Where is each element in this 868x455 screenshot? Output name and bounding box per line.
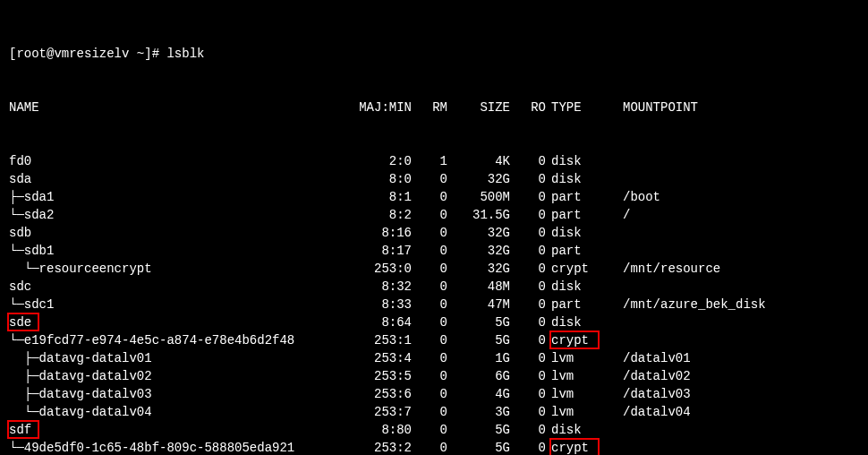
terminal-output: [root@vmresizelv ~]# lsblk NAME MAJ:MIN …: [9, 9, 859, 455]
device-majmin: 253:1: [349, 331, 412, 349]
header-row: NAME MAJ:MIN RM SIZE RO TYPE MOUNTPOINT: [9, 99, 859, 116]
device-mountpoint: /datalv04: [614, 403, 859, 421]
device-rm: 0: [412, 439, 447, 455]
device-rm: 0: [412, 385, 447, 403]
device-row: ├─datavg-datalv01253:401G0lvm/datalv01: [9, 349, 859, 367]
device-type: disk: [546, 170, 614, 188]
device-rm: 0: [412, 349, 447, 367]
device-size: 500M: [447, 188, 510, 206]
device-name: sda: [9, 170, 349, 188]
device-row: sda8:0032G0disk: [9, 170, 859, 188]
device-size: 32G: [447, 224, 510, 242]
header-majmin: MAJ:MIN: [349, 99, 412, 116]
device-majmin: 253:0: [349, 260, 412, 278]
header-rm: RM: [412, 99, 447, 116]
device-type: part: [546, 188, 614, 206]
device-type: part: [546, 296, 614, 313]
device-mountpoint: [614, 421, 859, 439]
device-majmin: 253:7: [349, 403, 412, 421]
device-rm: 1: [412, 152, 447, 170]
device-ro: 0: [510, 313, 546, 331]
device-rm: 0: [412, 367, 447, 385]
device-ro: 0: [510, 188, 546, 206]
device-ro: 0: [510, 278, 546, 296]
device-type: lvm: [546, 385, 614, 403]
header-mountpoint: MOUNTPOINT: [614, 99, 859, 116]
header-ro: RO: [510, 99, 546, 116]
device-name: sdc: [9, 278, 349, 296]
device-type: disk: [546, 152, 614, 170]
device-mountpoint: /boot: [614, 188, 859, 206]
device-rm: 0: [412, 313, 447, 331]
device-name: fd0: [9, 152, 349, 170]
command-text: lsblk: [166, 45, 204, 63]
device-type: part: [546, 242, 614, 260]
device-mountpoint: /datalv03: [614, 385, 859, 403]
device-mountpoint: [614, 278, 859, 296]
device-row: ├─datavg-datalv03253:604G0lvm/datalv03: [9, 385, 859, 403]
device-mountpoint: /mnt/azure_bek_disk: [614, 296, 859, 313]
device-size: 5G: [447, 331, 510, 349]
device-type: lvm: [546, 403, 614, 421]
device-ro: 0: [510, 385, 546, 403]
device-type: disk: [546, 421, 614, 439]
device-name: └─e19fcd77-e974-4e5c-a874-e78e4b6d2f48: [9, 331, 349, 349]
device-majmin: 8:1: [349, 188, 412, 206]
device-majmin: 8:32: [349, 278, 412, 296]
device-type: crypt: [546, 331, 614, 349]
device-type: lvm: [546, 349, 614, 367]
device-rm: 0: [412, 224, 447, 242]
device-name: sdb: [9, 224, 349, 242]
device-rm: 0: [412, 403, 447, 421]
device-rm: 0: [412, 170, 447, 188]
device-majmin: 253:5: [349, 367, 412, 385]
device-name: sde: [9, 313, 349, 331]
device-majmin: 8:64: [349, 313, 412, 331]
device-size: 31.5G: [447, 206, 510, 224]
device-row: └─e19fcd77-e974-4e5c-a874-e78e4b6d2f4825…: [9, 331, 859, 349]
device-mountpoint: /mnt/resource: [614, 260, 859, 278]
device-type: disk: [546, 278, 614, 296]
device-size: 5G: [447, 313, 510, 331]
device-mountpoint: /datalv01: [614, 349, 859, 367]
device-ro: 0: [510, 403, 546, 421]
device-row: sdc8:32048M0disk: [9, 278, 859, 296]
device-name: ├─datavg-datalv03: [9, 385, 349, 403]
device-row: └─sdc18:33047M0part/mnt/azure_bek_disk: [9, 296, 859, 313]
device-row: └─sdb18:17032G0part: [9, 242, 859, 260]
device-rm: 0: [412, 260, 447, 278]
device-majmin: 8:17: [349, 242, 412, 260]
device-ro: 0: [510, 206, 546, 224]
device-rm: 0: [412, 421, 447, 439]
device-majmin: 2:0: [349, 152, 412, 170]
device-size: 32G: [447, 242, 510, 260]
device-rm: 0: [412, 296, 447, 313]
device-ro: 0: [510, 224, 546, 242]
device-row: sdf8:8005G0disk: [9, 421, 859, 439]
device-name: sdf: [9, 421, 349, 439]
device-size: 5G: [447, 421, 510, 439]
device-size: 1G: [447, 349, 510, 367]
device-majmin: 8:2: [349, 206, 412, 224]
device-row: sde8:6405G0disk: [9, 313, 859, 331]
device-mountpoint: [614, 152, 859, 170]
device-row: ├─datavg-datalv02253:506G0lvm/datalv02: [9, 367, 859, 385]
device-majmin: 8:0: [349, 170, 412, 188]
device-rm: 0: [412, 188, 447, 206]
header-type: TYPE: [546, 99, 614, 116]
device-name: └─sda2: [9, 206, 349, 224]
device-row: fd02:014K0disk: [9, 152, 859, 170]
device-mountpoint: /datalv02: [614, 367, 859, 385]
device-row: └─datavg-datalv04253:703G0lvm/datalv04: [9, 403, 859, 421]
device-type: lvm: [546, 367, 614, 385]
device-mountpoint: [614, 331, 859, 349]
device-name: ├─datavg-datalv02: [9, 367, 349, 385]
device-ro: 0: [510, 242, 546, 260]
device-type: disk: [546, 224, 614, 242]
device-size: 48M: [447, 278, 510, 296]
device-majmin: 8:33: [349, 296, 412, 313]
device-mountpoint: [614, 170, 859, 188]
device-majmin: 8:16: [349, 224, 412, 242]
device-ro: 0: [510, 260, 546, 278]
device-row: └─resourceencrypt253:0032G0crypt/mnt/res…: [9, 260, 859, 278]
